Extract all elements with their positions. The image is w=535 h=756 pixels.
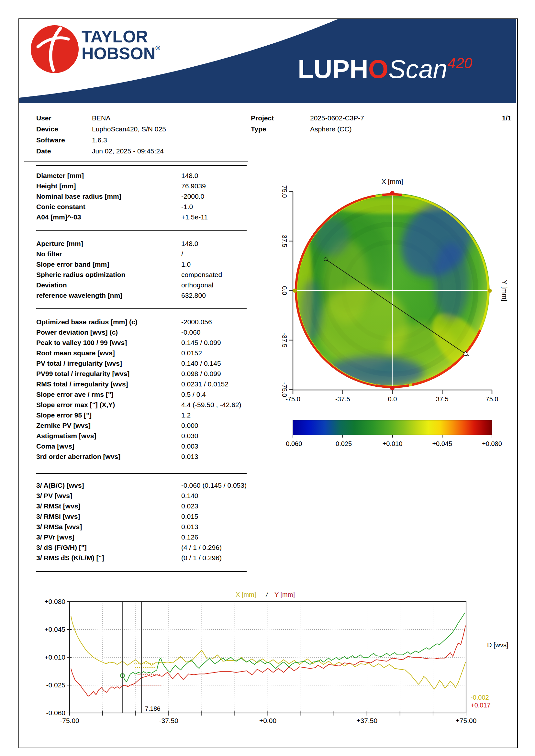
- param-label: 3/ RMS dS (K/L/M) ["]: [36, 553, 181, 563]
- param-label: reference wavelength [nm]: [36, 290, 181, 301]
- svg-text:+0.010: +0.010: [44, 654, 65, 661]
- info-divider-line: [24, 161, 248, 161]
- param-value: 0.0152: [181, 348, 202, 358]
- param-label: Power deviation [wvs] (c): [36, 327, 181, 338]
- info-value: 2025-0602-C3P-7: [310, 114, 364, 122]
- svg-text:+0.045: +0.045: [44, 626, 65, 633]
- chart-ticks: [67, 602, 466, 715]
- svg-text:-75.0: -75.0: [281, 382, 288, 397]
- svg-text:+0.080: +0.080: [44, 598, 65, 605]
- param-label: Height [mm]: [36, 181, 181, 191]
- table-divider-line: [36, 165, 247, 166]
- param-row: 3/ RMSi [wvs]0.015: [36, 511, 327, 522]
- y-profile-end-value: +0.017: [470, 702, 491, 709]
- brand-wordmark: TAYLOR HOBSON®: [82, 28, 160, 62]
- info-label: Project: [251, 113, 310, 124]
- param-value: orthogonal: [181, 280, 213, 290]
- param-value: -2000.056: [181, 317, 212, 327]
- param-value: 148.0: [181, 238, 198, 249]
- map-left-tick-labels: 75.0 37.5 0.0 -37.5 -75.0: [281, 185, 288, 397]
- svg-text:-0.025: -0.025: [333, 440, 352, 447]
- table-divider-line: [36, 231, 247, 231]
- param-label: 3/ dS (F/G/H) ["]: [36, 543, 181, 553]
- chart-right-axis-label: D [wvs]: [487, 641, 508, 649]
- param-value: 632.800: [181, 290, 206, 301]
- param-label: Astigmatism [wvs]: [36, 431, 181, 441]
- param-label: Deviation: [36, 280, 181, 290]
- colorbar-labels: -0.060 -0.025 +0.010 +0.045 +0.080: [284, 440, 502, 447]
- param-value: -0.060: [181, 327, 201, 338]
- param-value: compensated: [181, 269, 222, 280]
- param-value: 1.0: [181, 259, 191, 269]
- chart-legend-separator: /: [266, 591, 268, 598]
- param-row: 3/ RMSa [wvs]0.013: [36, 522, 327, 532]
- svg-text:-75.00: -75.00: [60, 717, 79, 724]
- svg-text:+75.00: +75.00: [456, 717, 477, 724]
- param-row: 3/ A(B/C) [wvs]-0.060 (0.145 / 0.053): [36, 480, 327, 490]
- param-value: 76.9039: [181, 181, 206, 191]
- map-x-axis-title: X [mm]: [381, 178, 403, 185]
- product-part-o: O: [368, 55, 388, 83]
- map-disc: [295, 188, 497, 388]
- info-row-date: DateJun 02, 2025 - 09:45:24: [36, 146, 164, 157]
- svg-text:-37.50: -37.50: [159, 717, 178, 724]
- info-row-user: UserBENA: [36, 113, 110, 124]
- product-part-luph: LUPH: [298, 55, 368, 83]
- info-value: 1.6.3: [92, 136, 107, 144]
- param-row: 3/ dS (F/G/H) ["](4 / 1 / 0.296): [36, 543, 327, 553]
- param-label: 3/ RMSi [wvs]: [36, 511, 181, 522]
- param-value: /: [181, 249, 183, 259]
- brand-line1: TAYLOR: [82, 27, 148, 46]
- svg-text:37.5: 37.5: [436, 396, 449, 403]
- param-label: PV total / irregularity [wvs]: [36, 358, 181, 369]
- param-label: PV99 total / irregularity [wvs]: [36, 369, 181, 379]
- param-label: Root mean square [wvs]: [36, 348, 181, 358]
- cursor-gap-label: 7.186: [145, 705, 160, 712]
- product-part-420: 420: [447, 55, 472, 71]
- param-label: A04 [mm]^-03: [36, 212, 181, 222]
- param-label: 3/ PV [wvs]: [36, 490, 181, 501]
- param-label: Coma [wvs]: [36, 441, 181, 452]
- param-label: Zernike PV [wvs]: [36, 420, 181, 431]
- param-row: 3/ PVr [wvs]0.126: [36, 532, 327, 543]
- param-value: 1.2: [181, 410, 191, 420]
- param-label: Slope error max ["] (X,Y): [36, 400, 181, 410]
- info-row-project: Project2025-0602-C3P-7: [251, 113, 364, 124]
- param-label: Peak to valley 100 / 99 [wvs]: [36, 338, 181, 348]
- info-row-type: TypeAsphere (CC): [251, 124, 352, 135]
- param-value: +1.5e-11: [181, 212, 208, 222]
- param-value: -0.060 (0.145 / 0.053): [181, 480, 247, 490]
- info-label: Type: [251, 124, 310, 135]
- param-label: 3/ A(B/C) [wvs]: [36, 480, 181, 490]
- param-row: 3/ RMSt [wvs]0.023: [36, 501, 327, 511]
- map-bottom-tick-labels: -75.0 -37.5 0.0 37.5 75.0: [286, 396, 498, 403]
- chart-x-tick-labels: -75.00 -37.50 +0.00 +37.50 +75.00: [60, 717, 476, 724]
- param-label: Slope error ave / rms ["]: [36, 389, 181, 400]
- chart-legend-y: Y [mm]: [274, 591, 295, 598]
- table-divider-line: [36, 571, 247, 572]
- param-value: (4 / 1 / 0.296): [181, 543, 222, 553]
- product-part-scan: Scan: [388, 55, 447, 83]
- param-label: Conic constant: [36, 202, 181, 212]
- param-value: 0.003: [181, 441, 198, 452]
- svg-text:-0.060: -0.060: [46, 709, 65, 716]
- info-value: Asphere (CC): [310, 125, 352, 133]
- param-label: 3rd order aberration [wvs]: [36, 452, 181, 462]
- param-value: 0.015: [181, 511, 198, 522]
- param-value: -2000.0: [181, 191, 204, 202]
- info-label: Date: [36, 146, 92, 157]
- param-label: Slope error band [mm]: [36, 259, 181, 269]
- svg-text:75.0: 75.0: [281, 185, 288, 198]
- info-label: Device: [36, 124, 92, 135]
- param-value: 0.140 / 0.145: [181, 358, 221, 369]
- svg-text:+0.080: +0.080: [482, 440, 502, 447]
- x-profile-end-value: -0.002: [470, 694, 489, 701]
- param-value: 0.013: [181, 522, 198, 532]
- chart-series-layer: [71, 613, 465, 696]
- param-label: Slope error 95 ["]: [36, 410, 181, 420]
- param-row: 3/ PV [wvs]0.140: [36, 490, 327, 501]
- param-value: 0.000: [181, 420, 198, 431]
- map-y-axis-title: Y [mm]: [501, 280, 508, 301]
- info-value: Jun 02, 2025 - 09:45:24: [92, 147, 164, 155]
- param-label: No filter: [36, 249, 181, 259]
